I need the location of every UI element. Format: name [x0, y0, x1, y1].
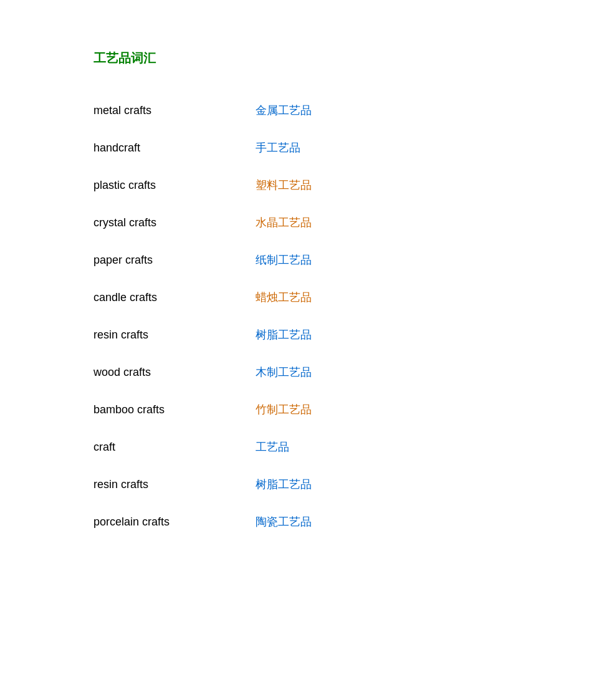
vocab-item: paper crafts纸制工艺品 — [93, 241, 496, 279]
vocab-list: metal crafts金属工艺品handcraft手工艺品plastic cr… — [93, 92, 496, 540]
vocab-item: craft工艺品 — [93, 428, 496, 466]
chinese-term: 树脂工艺品 — [256, 477, 312, 492]
vocab-item: porcelain crafts陶瓷工艺品 — [93, 503, 496, 540]
english-term: plastic crafts — [93, 179, 256, 192]
vocab-item: resin crafts树脂工艺品 — [93, 316, 496, 353]
english-term: resin crafts — [93, 478, 256, 491]
vocab-item: bamboo crafts竹制工艺品 — [93, 391, 496, 428]
chinese-term: 纸制工艺品 — [256, 252, 312, 267]
english-term: craft — [93, 441, 256, 454]
page-title: 工艺品词汇 — [93, 50, 496, 67]
vocab-item: candle crafts蜡烛工艺品 — [93, 279, 496, 316]
vocab-item: crystal crafts水晶工艺品 — [93, 204, 496, 241]
english-term: bamboo crafts — [93, 403, 256, 416]
chinese-term: 树脂工艺品 — [256, 327, 312, 342]
english-term: paper crafts — [93, 254, 256, 267]
chinese-term: 陶瓷工艺品 — [256, 514, 312, 529]
english-term: metal crafts — [93, 104, 256, 117]
chinese-term: 水晶工艺品 — [256, 215, 312, 230]
english-term: candle crafts — [93, 291, 256, 304]
chinese-term: 工艺品 — [256, 439, 289, 454]
english-term: resin crafts — [93, 328, 256, 342]
english-term: handcraft — [93, 141, 256, 155]
vocab-item: plastic crafts塑料工艺品 — [93, 166, 496, 204]
chinese-term: 手工艺品 — [256, 140, 300, 155]
chinese-term: 金属工艺品 — [256, 103, 312, 118]
vocab-item: metal crafts金属工艺品 — [93, 92, 496, 129]
chinese-term: 塑料工艺品 — [256, 178, 312, 193]
vocab-item: handcraft手工艺品 — [93, 129, 496, 166]
english-term: porcelain crafts — [93, 515, 256, 529]
chinese-term: 竹制工艺品 — [256, 402, 312, 417]
chinese-term: 木制工艺品 — [256, 365, 312, 380]
vocab-item: wood crafts木制工艺品 — [93, 353, 496, 391]
chinese-term: 蜡烛工艺品 — [256, 290, 312, 305]
english-term: crystal crafts — [93, 216, 256, 229]
english-term: wood crafts — [93, 366, 256, 379]
vocab-item: resin crafts树脂工艺品 — [93, 466, 496, 503]
